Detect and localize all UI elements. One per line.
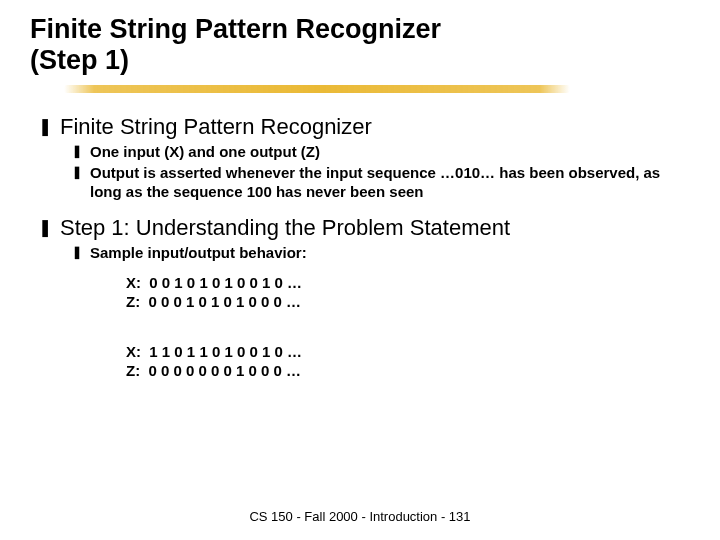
io-example-2: X: 1 1 0 1 1 0 1 0 0 1 0 … Z: 0 0 0 0 0 …: [126, 342, 690, 381]
bullet-1-sublist: ❚ One input (X) and one output (Z) ❚ Out…: [72, 142, 690, 201]
slide: Finite String Pattern Recognizer (Step 1…: [0, 0, 720, 540]
bullet-2-sublist: ❚ Sample input/output behavior:: [72, 243, 690, 262]
square-bullet-icon: ❚: [38, 215, 60, 241]
io-label-x: X:: [126, 343, 141, 360]
sub-bullet-text: Sample input/output behavior:: [90, 243, 307, 262]
title-line-2: (Step 1): [30, 45, 129, 75]
sub-bullet: ❚ Output is asserted whenever the input …: [72, 163, 690, 201]
square-bullet-icon: ❚: [72, 243, 90, 262]
slide-title: Finite String Pattern Recognizer (Step 1…: [30, 14, 690, 76]
square-bullet-icon: ❚: [72, 142, 90, 161]
sub-bullet-text: Output is asserted whenever the input se…: [90, 163, 690, 201]
sub-bullet: ❚ Sample input/output behavior:: [72, 243, 690, 262]
io-vals-z: 0 0 0 0 0 0 0 1 0 0 0 …: [149, 362, 302, 379]
io-example-1: X: 0 0 1 0 1 0 1 0 0 1 0 … Z: 0 0 0 1 0 …: [126, 273, 690, 312]
title-line-1: Finite String Pattern Recognizer: [30, 14, 441, 44]
io-row-x: X: 0 0 1 0 1 0 1 0 0 1 0 …: [126, 273, 690, 293]
io-label-z: Z:: [126, 362, 140, 379]
io-vals-x: 0 0 1 0 1 0 1 0 0 1 0 …: [149, 274, 302, 291]
square-bullet-icon: ❚: [72, 163, 90, 182]
io-row-z: Z: 0 0 0 0 0 0 0 1 0 0 0 …: [126, 361, 690, 381]
io-row-z: Z: 0 0 0 1 0 1 0 1 0 0 0 …: [126, 292, 690, 312]
spacer: [38, 314, 690, 332]
title-underline: [30, 82, 690, 96]
io-row-x: X: 1 1 0 1 1 0 1 0 0 1 0 …: [126, 342, 690, 362]
slide-footer: CS 150 - Fall 2000 - Introduction - 131: [0, 509, 720, 524]
io-label-z: Z:: [126, 293, 140, 310]
io-vals-x: 1 1 0 1 1 0 1 0 0 1 0 …: [149, 343, 302, 360]
bullet-1-text: Finite String Pattern Recognizer: [60, 114, 372, 140]
sub-bullet-text: One input (X) and one output (Z): [90, 142, 320, 161]
io-label-x: X:: [126, 274, 141, 291]
bullet-1: ❚ Finite String Pattern Recognizer: [38, 114, 690, 140]
bullet-2: ❚ Step 1: Understanding the Problem Stat…: [38, 215, 690, 241]
io-vals-z: 0 0 0 1 0 1 0 1 0 0 0 …: [149, 293, 302, 310]
sub-bullet: ❚ One input (X) and one output (Z): [72, 142, 690, 161]
slide-content: ❚ Finite String Pattern Recognizer ❚ One…: [30, 114, 690, 381]
square-bullet-icon: ❚: [38, 114, 60, 140]
underline-bar: [64, 85, 570, 93]
bullet-2-text: Step 1: Understanding the Problem Statem…: [60, 215, 510, 241]
